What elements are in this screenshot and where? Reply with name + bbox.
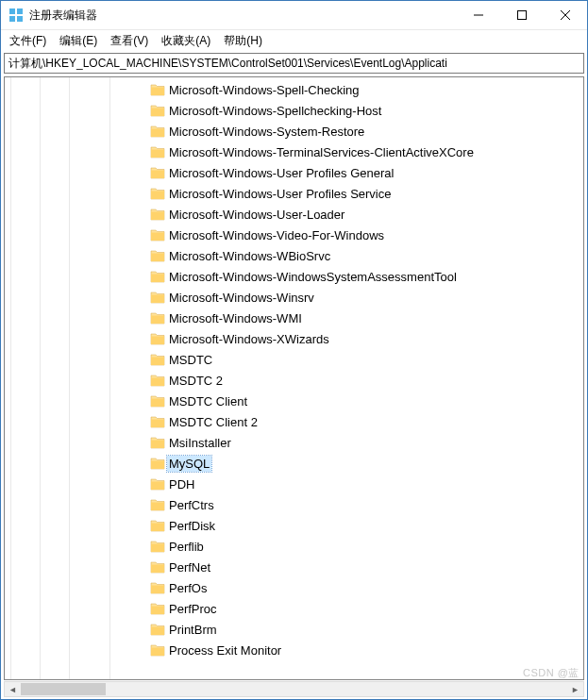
menu-bar: 文件(F) 编辑(E) 查看(V) 收藏夹(A) 帮助(H): [1, 30, 587, 51]
folder-icon: [150, 581, 165, 594]
folder-icon: [150, 560, 165, 574]
tree-item[interactable]: Microsoft-Windows-TerminalServices-Clien…: [148, 142, 583, 162]
tree-item-label: Microsoft-Windows-TerminalServices-Clien…: [167, 144, 476, 160]
tree-item[interactable]: MSDTC Client 2: [148, 411, 583, 432]
tree-item-label: Microsoft-Windows-User Profiles General: [167, 165, 395, 181]
menu-help[interactable]: 帮助(H): [217, 31, 269, 51]
folder-icon: [150, 643, 165, 657]
menu-edit[interactable]: 编辑(E): [53, 31, 104, 51]
tree-item[interactable]: Microsoft-Windows-Spell-Checking: [148, 79, 583, 100]
folder-icon: [150, 83, 165, 96]
tree-item[interactable]: MSDTC Client: [148, 391, 583, 411]
tree-item-label: PerfOs: [167, 580, 209, 596]
tree-item-label: Microsoft-Windows-User Profiles Service: [167, 186, 394, 202]
tree-item-label: Microsoft-Windows-WMI: [167, 310, 304, 326]
tree-item-label: Microsoft-Windows-Video-For-Windows: [167, 227, 386, 243]
tree-item-label: Microsoft-Windows-Spellchecking-Host: [167, 103, 383, 119]
tree-item-label: PerfDisk: [167, 518, 217, 534]
maximize-button[interactable]: [500, 1, 544, 29]
tree-item[interactable]: PerfCtrs: [148, 494, 583, 515]
tree-item[interactable]: Perflib: [148, 536, 583, 557]
address-bar[interactable]: 计算机\HKEY_LOCAL_MACHINE\SYSTEM\ControlSet…: [4, 53, 584, 74]
folder-icon: [150, 540, 165, 553]
menu-favorites[interactable]: 收藏夹(A): [155, 31, 217, 51]
svg-rect-3: [17, 16, 23, 22]
tree-item[interactable]: Microsoft-Windows-XWizards: [148, 328, 583, 349]
tree-item-label: Microsoft-Windows-WBioSrvc: [167, 248, 332, 264]
folder-icon: [150, 332, 165, 345]
tree-item[interactable]: MSDTC: [148, 349, 583, 370]
minimize-button[interactable]: [457, 1, 500, 29]
tree-item-label: MSDTC: [167, 352, 214, 368]
tree-item-label: PerfProc: [167, 601, 219, 617]
tree-item-label: Microsoft-Windows-XWizards: [167, 331, 331, 347]
tree-item-label: MSDTC Client: [167, 393, 249, 409]
tree-item-label: Microsoft-Windows-User-Loader: [167, 207, 346, 223]
tree-item-label: PDH: [167, 476, 196, 492]
folder-icon: [150, 125, 165, 138]
svg-rect-0: [9, 8, 15, 14]
tree-item[interactable]: MsiInstaller: [148, 432, 583, 453]
close-button[interactable]: [544, 1, 587, 29]
folder-icon: [150, 519, 165, 532]
window-controls: [457, 1, 587, 29]
tree-item[interactable]: PDH: [148, 474, 583, 494]
folder-icon: [150, 353, 165, 366]
folder-icon: [150, 145, 165, 158]
tree-item[interactable]: Microsoft-Windows-User Profiles Service: [148, 183, 583, 204]
tree-item-label: PrintBrm: [167, 622, 219, 638]
menu-view[interactable]: 查看(V): [104, 31, 155, 51]
tree-item[interactable]: PerfOs: [148, 577, 583, 598]
tree-item[interactable]: Microsoft-Windows-User Profiles General: [148, 162, 583, 183]
tree-item[interactable]: PerfProc: [148, 598, 583, 619]
folder-icon: [150, 187, 165, 200]
tree-panel: Microsoft-Windows-Spell-CheckingMicrosof…: [4, 76, 584, 680]
tree-item[interactable]: MySQL: [148, 453, 583, 474]
tree-item[interactable]: Microsoft-Windows-WMI: [148, 308, 583, 328]
tree-item[interactable]: PerfDisk: [148, 515, 583, 536]
tree-item-label: Microsoft-Windows-System-Restore: [167, 124, 366, 140]
scroll-track[interactable]: [21, 682, 567, 696]
svg-rect-1: [17, 8, 23, 14]
tree-item-label: Perflib: [167, 539, 206, 555]
menu-file[interactable]: 文件(F): [3, 31, 53, 51]
tree-item-label: MySQL: [167, 456, 211, 472]
tree-item-label: Microsoft-Windows-Winsrv: [167, 290, 316, 306]
tree-item[interactable]: Microsoft-Windows-Video-For-Windows: [148, 225, 583, 245]
tree-item[interactable]: Microsoft-Windows-Winsrv: [148, 287, 583, 308]
horizontal-scrollbar[interactable]: ◄ ►: [4, 681, 584, 697]
tree-item-label: PerfCtrs: [167, 497, 216, 513]
scroll-right-button[interactable]: ►: [567, 682, 583, 696]
tree-item-label: Microsoft-Windows-WindowsSystemAssessmen…: [167, 269, 459, 285]
folder-icon: [150, 104, 165, 117]
folder-icon: [150, 394, 165, 408]
tree-item[interactable]: Microsoft-Windows-WBioSrvc: [148, 245, 583, 266]
folder-icon: [150, 166, 165, 179]
tree-item-label: MSDTC 2: [167, 373, 225, 389]
folder-icon: [150, 498, 165, 511]
folder-icon: [150, 311, 165, 325]
tree-item[interactable]: Microsoft-Windows-System-Restore: [148, 121, 583, 142]
tree-item-label: Process Exit Monitor: [167, 642, 283, 658]
window-title: 注册表编辑器: [29, 8, 457, 24]
folder-icon: [150, 291, 165, 304]
tree-item[interactable]: Microsoft-Windows-Spellchecking-Host: [148, 100, 583, 121]
tree-item[interactable]: MSDTC 2: [148, 370, 583, 391]
folder-icon: [150, 415, 165, 428]
tree-item-label: MsiInstaller: [167, 435, 233, 451]
title-bar: 注册表编辑器: [1, 1, 587, 30]
tree-item[interactable]: Microsoft-Windows-User-Loader: [148, 204, 583, 225]
scroll-thumb[interactable]: [21, 683, 106, 695]
scroll-left-button[interactable]: ◄: [5, 682, 21, 696]
tree-item[interactable]: Microsoft-Windows-WindowsSystemAssessmen…: [148, 266, 583, 287]
tree-item[interactable]: Process Exit Monitor: [148, 640, 583, 660]
tree-item[interactable]: PrintBrm: [148, 619, 583, 640]
folder-icon: [150, 602, 165, 615]
app-icon: [8, 8, 24, 23]
tree-item-label: PerfNet: [167, 559, 212, 575]
folder-icon: [150, 249, 165, 262]
folder-icon: [150, 457, 165, 470]
tree-item[interactable]: PerfNet: [148, 557, 583, 577]
folder-icon: [150, 374, 165, 387]
folder-icon: [150, 623, 165, 636]
